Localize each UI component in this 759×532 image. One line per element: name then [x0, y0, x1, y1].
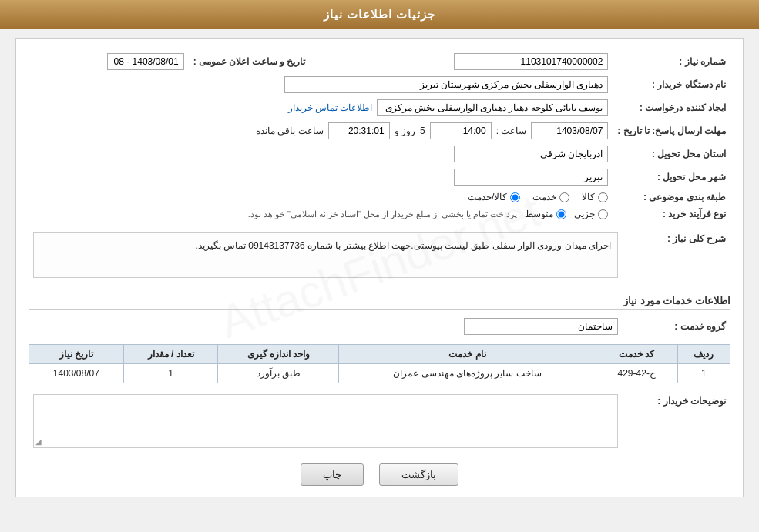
remaining-label: ساعت باقی مانده [256, 125, 324, 136]
col-name: نام خدمت [339, 345, 596, 364]
process-radio-jozii-input[interactable] [598, 209, 608, 219]
col-qty: تعداد / مقدار [123, 345, 218, 364]
city-label: شهر محل تحویل : [613, 166, 730, 189]
service-group-input[interactable] [464, 318, 618, 335]
time-label: ساعت : [496, 125, 527, 136]
services-table: ردیف کد خدمت نام خدمت واحد اندازه گیری ت… [29, 344, 730, 383]
days-value: 5 [420, 125, 425, 136]
creator-input[interactable] [377, 99, 608, 116]
cell-date: 1403/08/07 [29, 364, 124, 383]
contact-link[interactable]: اطلاعات تماس خریدار [288, 102, 373, 113]
category-radio-both[interactable]: کالا/خدمت [468, 192, 520, 202]
cell-unit: طبق برآورد [218, 364, 339, 383]
print-button[interactable]: چاپ [301, 463, 364, 486]
process-radio-jozii[interactable]: جزیی [574, 209, 608, 219]
buyer-org-label: نام دستگاه خریدار : [613, 73, 730, 96]
need-number-input[interactable] [454, 53, 608, 70]
description-box: اجرای میدان ورودی الوار سفلی طبق لیست پی… [33, 232, 618, 278]
back-button[interactable]: بازگشت [379, 463, 458, 486]
announce-date-input[interactable] [107, 53, 184, 70]
city-input[interactable] [454, 169, 608, 186]
process-radio-mota-input[interactable] [556, 209, 566, 219]
col-code: کد خدمت [596, 345, 677, 364]
cell-quantity: 1 [123, 364, 218, 383]
category-radio-khedmat[interactable]: خدمت [532, 192, 569, 202]
category-radio-kala-label: کالا [582, 192, 595, 202]
category-radio-khedmat-input[interactable] [559, 192, 569, 202]
category-radio-group: کالا خدمت کالا/خدمت [33, 192, 608, 202]
process-type-label: نوع فرآیند خرید : [613, 206, 730, 223]
process-radio-mota[interactable]: متوسط [525, 209, 566, 219]
response-deadline-label: مهلت ارسال پاسخ: تا تاریخ : [613, 119, 730, 142]
process-radio-mota-label: متوسط [525, 209, 553, 219]
buyer-notes-label: توضیحات خریدار : [623, 391, 730, 451]
description-label: شرح کلی نیاز : [623, 229, 730, 286]
footer-buttons: بازگشت چاپ [29, 463, 730, 486]
cell-name: ساخت سایر پروژه‌های مهندسی عمران [339, 364, 596, 383]
category-radio-both-input[interactable] [510, 192, 520, 202]
category-radio-kala[interactable]: کالا [582, 192, 608, 202]
announce-date-label: تاریخ و ساعت اعلان عمومی : [189, 50, 311, 73]
remaining-time-input[interactable] [328, 122, 390, 139]
province-label: استان محل تحویل : [613, 142, 730, 166]
province-input[interactable] [454, 146, 608, 162]
services-title: اطلاعات خدمات مورد نیاز [29, 295, 730, 310]
creator-label: ایجاد کننده درخواست : [613, 96, 730, 119]
days-label: روز و [395, 125, 415, 136]
page-title: جزئیات اطلاعات نیاز [0, 0, 759, 29]
buyer-org-input[interactable] [284, 76, 608, 93]
process-note: پرداخت تمام یا بخشی از مبلغ خریدار از مح… [248, 209, 518, 219]
cell-row: 1 [677, 364, 730, 383]
process-radio-jozii-label: جزیی [574, 209, 595, 219]
date-input[interactable] [531, 122, 608, 139]
category-label: طبقه بندی موضوعی : [613, 189, 730, 206]
category-radio-both-label: کالا/خدمت [468, 192, 507, 202]
col-row: ردیف [677, 345, 730, 364]
time-input[interactable] [430, 122, 492, 139]
buyer-notes-box[interactable]: ◢ [33, 394, 618, 448]
resize-handle: ◢ [35, 437, 42, 446]
category-radio-khedmat-label: خدمت [532, 192, 556, 202]
need-number-label: شماره نیاز : [613, 50, 730, 73]
col-unit: واحد اندازه گیری [218, 345, 339, 364]
cell-code: ج-42-429 [596, 364, 677, 383]
service-group-label: گروه خدمت : [623, 315, 730, 338]
table-row: 1ج-42-429ساخت سایر پروژه‌های مهندسی عمرا… [29, 364, 730, 383]
col-date: تاریخ نیاز [29, 345, 124, 364]
category-radio-kala-input[interactable] [598, 192, 608, 202]
